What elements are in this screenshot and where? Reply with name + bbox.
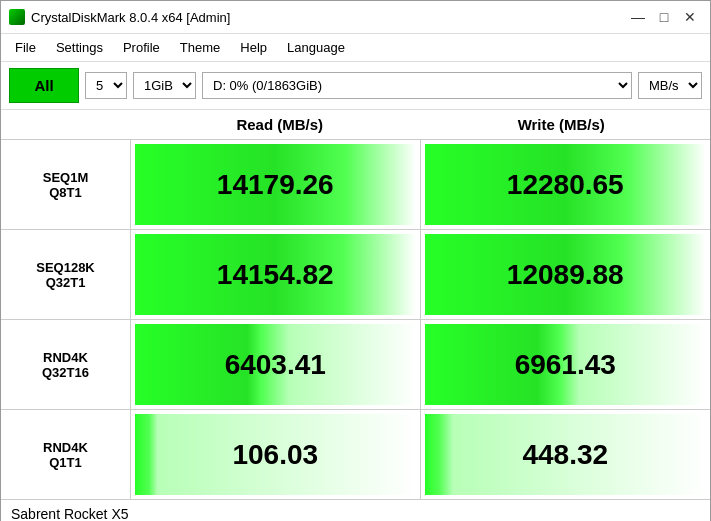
rnd4k-q32-write-cell: 6961.43: [421, 320, 711, 409]
device-name: Sabrent Rocket X5: [11, 506, 129, 521]
minimize-button[interactable]: —: [626, 7, 650, 27]
seq1m-read-value: 14179.26: [217, 169, 334, 201]
rnd4k-q32-read-cell: 6403.41: [131, 320, 421, 409]
menu-bar: File Settings Profile Theme Help Languag…: [1, 34, 710, 62]
seq128k-read-value: 14154.82: [217, 259, 334, 291]
seq1m-read-cell: 14179.26: [131, 140, 421, 229]
title-bar: CrystalDiskMark 8.0.4 x64 [Admin] — □ ✕: [1, 1, 710, 34]
maximize-button[interactable]: □: [652, 7, 676, 27]
seq128k-read-cell: 14154.82: [131, 230, 421, 319]
menu-settings[interactable]: Settings: [46, 36, 113, 59]
main-window: CrystalDiskMark 8.0.4 x64 [Admin] — □ ✕ …: [0, 0, 711, 521]
table-row: RND4K Q1T1 106.03 448.32: [1, 409, 710, 499]
menu-language[interactable]: Language: [277, 36, 355, 59]
drive-select[interactable]: D: 0% (0/1863GiB): [202, 72, 632, 99]
rnd4k-q32-write-value: 6961.43: [515, 349, 616, 381]
toolbar: All 5 1GiB D: 0% (0/1863GiB) MB/s: [1, 62, 710, 110]
menu-file[interactable]: File: [5, 36, 46, 59]
read-header: Read (MB/s): [139, 114, 421, 135]
table-row: SEQ1M Q8T1 14179.26 12280.65: [1, 139, 710, 229]
rnd4k-q1-write-cell: 448.32: [421, 410, 711, 499]
menu-theme[interactable]: Theme: [170, 36, 230, 59]
seq1m-write-value: 12280.65: [507, 169, 624, 201]
window-title: CrystalDiskMark 8.0.4 x64 [Admin]: [31, 10, 626, 25]
menu-profile[interactable]: Profile: [113, 36, 170, 59]
device-footer: Sabrent Rocket X5: [1, 499, 710, 521]
size-select[interactable]: 1GiB: [133, 72, 196, 99]
app-icon: [9, 9, 25, 25]
close-button[interactable]: ✕: [678, 7, 702, 27]
row-label-seq128k: SEQ128K Q32T1: [1, 230, 131, 319]
row-label-rnd4k-q32: RND4K Q32T16: [1, 320, 131, 409]
table-row: SEQ128K Q32T1 14154.82 12089.88: [1, 229, 710, 319]
seq1m-write-cell: 12280.65: [421, 140, 711, 229]
seq128k-write-value: 12089.88: [507, 259, 624, 291]
write-header: Write (MB/s): [421, 114, 703, 135]
benchmark-content: Read (MB/s) Write (MB/s) SEQ1M Q8T1 1417…: [1, 110, 710, 499]
unit-select[interactable]: MB/s: [638, 72, 702, 99]
all-button[interactable]: All: [9, 68, 79, 103]
rnd4k-q32-read-value: 6403.41: [225, 349, 326, 381]
rnd4k-q1-read-cell: 106.03: [131, 410, 421, 499]
menu-help[interactable]: Help: [230, 36, 277, 59]
seq128k-write-cell: 12089.88: [421, 230, 711, 319]
rnd4k-q1-read-value: 106.03: [232, 439, 318, 471]
row-label-rnd4k-q1: RND4K Q1T1: [1, 410, 131, 499]
rnd4k-q1-write-value: 448.32: [522, 439, 608, 471]
table-header: Read (MB/s) Write (MB/s): [1, 110, 710, 139]
window-controls: — □ ✕: [626, 7, 702, 27]
runs-select[interactable]: 5: [85, 72, 127, 99]
table-row: RND4K Q32T16 6403.41 6961.43: [1, 319, 710, 409]
row-label-seq1m: SEQ1M Q8T1: [1, 140, 131, 229]
